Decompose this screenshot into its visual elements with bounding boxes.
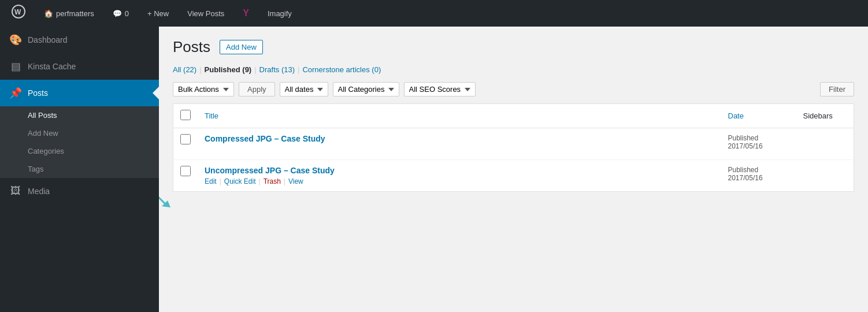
imagify-button[interactable]: Imagify [263, 0, 296, 27]
filter-cornerstone[interactable]: Cornerstone articles (0) [302, 65, 381, 74]
header-checkbox-col [173, 104, 198, 128]
site-name-button[interactable]: 🏠 perfmatters [39, 0, 99, 27]
svg-marker-2 [162, 200, 170, 207]
svg-text:W: W [14, 8, 21, 16]
sidebar-item-media[interactable]: 🖼 Media [0, 178, 159, 204]
sidebars-header-label: Sidebars [803, 112, 833, 120]
page-title: Posts [173, 38, 210, 56]
filter-links: All (22) | Published (9) | Drafts (13) |… [173, 65, 854, 74]
row2-status: Published [728, 166, 789, 174]
row2-view[interactable]: View [288, 177, 303, 185]
row2-checkbox-cell [173, 160, 198, 192]
site-name-label: perfmatters [56, 9, 94, 18]
comments-button[interactable]: 💬 0 [108, 0, 133, 27]
add-new-button[interactable]: Add New [220, 40, 263, 54]
row2-actions: Edit | Quick Edit | Trash | View [205, 177, 714, 185]
sep2: | [254, 65, 256, 74]
sidebar-item-dashboard-label: Dashboard [28, 35, 68, 44]
filter-button[interactable]: Filter [820, 82, 854, 96]
yoast-icon[interactable]: Y [238, 0, 254, 27]
row2-checkbox[interactable] [180, 166, 191, 176]
dashboard-icon: 🎨 [9, 34, 22, 46]
header-sidebars: Sidebars [796, 104, 854, 128]
select-all-checkbox[interactable] [180, 110, 191, 120]
sidebar-item-posts[interactable]: 📌 Posts [0, 80, 159, 106]
sep1: | [199, 65, 201, 74]
row1-sidebars-cell [796, 128, 854, 160]
categories-label: Categories [28, 147, 64, 155]
teal-arrow-annotation [159, 177, 176, 209]
row1-status: Published [728, 134, 789, 142]
row2-title-link[interactable]: Uncompressed JPG – Case Study [205, 166, 335, 175]
row2-date: 2017/05/16 [728, 174, 789, 182]
sidebar: 🎨 Dashboard ▤ Kinsta Cache 📌 Posts All P… [0, 27, 159, 312]
wp-logo-icon: W [12, 5, 25, 22]
all-dates-select[interactable]: All dates [280, 82, 328, 96]
sidebar-sub-add-new[interactable]: Add New [0, 124, 159, 142]
filter-published[interactable]: Published (9) [205, 65, 252, 74]
table-row: Compressed JPG – Case Study Edit | Quick… [173, 128, 854, 160]
new-button[interactable]: + New [143, 0, 173, 27]
all-seo-scores-select[interactable]: All SEO Scores [404, 82, 476, 96]
main-content: Posts Add New All (22) | Published (9) |… [159, 27, 868, 312]
row2-sidebars-cell [796, 160, 854, 192]
row2-edit[interactable]: Edit [205, 177, 217, 185]
admin-bar: W 🏠 perfmatters 💬 0 + New View Posts Y I… [0, 0, 868, 27]
comments-count: 0 [125, 9, 129, 18]
comment-icon: 💬 [113, 9, 122, 18]
title-header-label: Title [205, 112, 218, 120]
sidebar-item-posts-label: Posts [28, 88, 48, 98]
view-posts-label: View Posts [187, 9, 224, 18]
sep3: | [298, 65, 299, 74]
pin-icon: 📌 [9, 87, 22, 99]
house-icon: 🏠 [44, 9, 53, 18]
sidebar-item-media-label: Media [28, 187, 50, 196]
date-header-label: Date [728, 112, 744, 120]
filter-all[interactable]: All (22) [173, 65, 196, 74]
row2-title-cell: Uncompressed JPG – Case Study Edit | Qui… [198, 160, 721, 192]
row1-checkbox-cell [173, 128, 198, 160]
sidebar-item-kinsta-cache-label: Kinsta Cache [28, 62, 76, 71]
imagify-label: Imagify [268, 9, 292, 18]
sidebar-item-kinsta-cache[interactable]: ▤ Kinsta Cache [0, 53, 159, 80]
row2-trash[interactable]: Trash [264, 177, 281, 185]
row2-date-cell: Published 2017/05/16 [721, 160, 796, 192]
wp-logo-button[interactable]: W [7, 0, 30, 27]
toolbar: Bulk Actions Apply All dates All Categor… [173, 82, 854, 96]
new-label: + New [147, 9, 169, 18]
row1-title-link[interactable]: Compressed JPG – Case Study [205, 134, 325, 143]
view-posts-button[interactable]: View Posts [183, 0, 229, 27]
sidebar-item-dashboard[interactable]: 🎨 Dashboard [0, 27, 159, 53]
page-title-row: Posts Add New [173, 38, 854, 56]
tags-label: Tags [28, 165, 43, 173]
sidebar-sub-menu: All Posts Add New Categories Tags [0, 106, 159, 178]
row1-title-cell: Compressed JPG – Case Study Edit | Quick… [198, 128, 721, 160]
row1-date-cell: Published 2017/05/16 [721, 128, 796, 160]
sidebar-sub-all-posts[interactable]: All Posts [0, 106, 159, 124]
add-new-sub-label: Add New [28, 129, 58, 138]
table-row: Uncompressed JPG – Case Study Edit | Qui… [173, 160, 854, 192]
row1-checkbox[interactable] [180, 134, 191, 144]
row2-quick-edit[interactable]: Quick Edit [224, 177, 256, 185]
header-date[interactable]: Date [721, 104, 796, 128]
filter-drafts[interactable]: Drafts (13) [259, 65, 295, 74]
row1-date: 2017/05/16 [728, 142, 789, 150]
sidebar-sub-tags[interactable]: Tags [0, 160, 159, 178]
kinsta-cache-icon: ▤ [9, 60, 22, 73]
bulk-actions-select[interactable]: Bulk Actions [173, 82, 234, 96]
all-categories-select[interactable]: All Categories [333, 82, 399, 96]
header-title[interactable]: Title [198, 104, 721, 128]
all-posts-label: All Posts [28, 111, 57, 120]
yoast-logo-icon: Y [243, 8, 249, 18]
sidebar-arrow [153, 86, 159, 100]
sidebar-sub-categories[interactable]: Categories [0, 142, 159, 160]
media-icon: 🖼 [9, 185, 22, 197]
posts-table: Title Date Sidebars Co [173, 103, 854, 192]
apply-button[interactable]: Apply [239, 82, 275, 96]
